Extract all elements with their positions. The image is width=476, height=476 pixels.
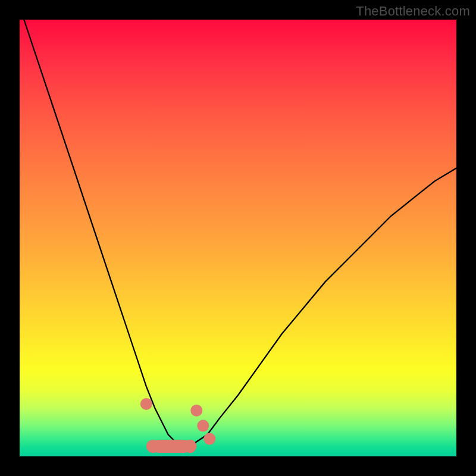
data-marker (190, 405, 202, 416)
data-marker (146, 440, 159, 453)
bottleneck-curve (20, 7, 456, 446)
data-marker (183, 440, 196, 453)
chart-frame: TheBottleneck.com (0, 0, 476, 476)
curve-group (20, 7, 456, 446)
data-marker (197, 420, 209, 432)
watermark-text: TheBottleneck.com (356, 4, 470, 19)
data-marker (203, 433, 215, 445)
chart-svg (20, 20, 456, 456)
marker-group (140, 398, 215, 453)
data-marker (140, 398, 152, 410)
plot-area (20, 20, 456, 456)
